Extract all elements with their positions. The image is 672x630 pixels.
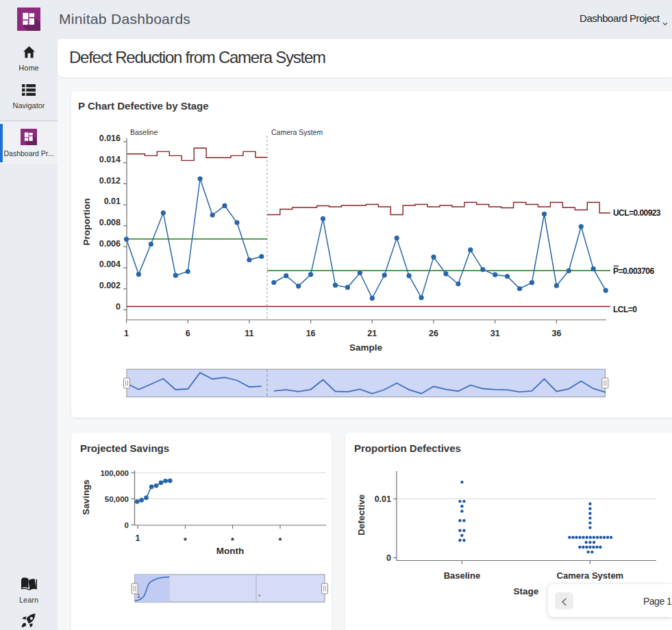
svg-text:1: 1 (136, 533, 140, 543)
svg-text:P=0.003706: P=0.003706 (613, 266, 654, 276)
svg-text:Baseline: Baseline (130, 128, 158, 136)
svg-text:*: * (258, 593, 261, 600)
svg-text:Savings: Savings (81, 479, 91, 515)
svg-text:*: * (184, 536, 187, 546)
svg-text:21: 21 (367, 329, 377, 338)
svg-text:Defective: Defective (356, 494, 366, 536)
svg-text:Month: Month (216, 546, 244, 556)
svg-text:0.006: 0.006 (99, 239, 121, 249)
svg-text:0.012: 0.012 (99, 176, 121, 186)
svg-text:0.01: 0.01 (104, 197, 121, 206)
svg-text:Camera System: Camera System (557, 570, 624, 581)
svg-text:UCL=0.00923: UCL=0.00923 (613, 208, 661, 218)
svg-text:0.004: 0.004 (99, 260, 121, 269)
svg-text:100,000: 100,000 (100, 469, 129, 477)
svg-text:Proportion: Proportion (82, 199, 92, 246)
svg-text:*: * (231, 536, 234, 546)
svg-text:36: 36 (551, 329, 561, 338)
svg-text:16: 16 (306, 329, 316, 338)
svg-text:0.014: 0.014 (99, 155, 121, 164)
svg-text:0.016: 0.016 (99, 134, 121, 143)
svg-text:0.008: 0.008 (99, 218, 121, 227)
svg-text:1: 1 (124, 329, 129, 338)
svg-text:31: 31 (490, 329, 500, 338)
svg-text:LCL=0: LCL=0 (613, 305, 637, 314)
svg-text:26: 26 (429, 329, 438, 338)
svg-text:Camera System: Camera System (271, 128, 323, 136)
svg-text:Sample: Sample (349, 342, 383, 353)
svg-text:0: 0 (125, 521, 129, 529)
svg-text:50,000: 50,000 (105, 495, 129, 503)
svg-text:6: 6 (186, 329, 190, 338)
svg-text:11: 11 (245, 329, 253, 338)
svg-text:*: * (279, 536, 282, 546)
svg-text:Stage: Stage (514, 586, 539, 596)
svg-text:0: 0 (116, 302, 121, 312)
svg-text:0.01: 0.01 (375, 494, 391, 504)
svg-text:0.002: 0.002 (99, 281, 121, 290)
svg-text:0: 0 (386, 553, 391, 563)
svg-text:Baseline: Baseline (444, 570, 480, 581)
